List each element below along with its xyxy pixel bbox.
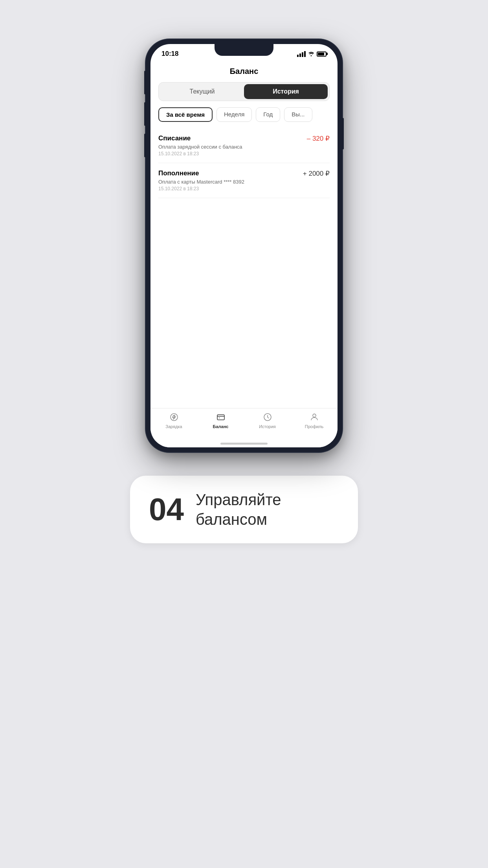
transaction-date: 15.10.2022 в 18:23: [158, 186, 303, 191]
transaction-item: Пополнение Оплата с карты Mastercard ***…: [158, 163, 330, 198]
tabs-container: Текущий История: [158, 82, 330, 101]
transaction-type: Списание: [158, 134, 307, 142]
profile-icon: [309, 412, 320, 423]
nav-charging-label: Зарядка: [165, 424, 182, 429]
page-title: Баланс: [150, 64, 338, 82]
charging-icon: [169, 412, 180, 423]
wifi-icon: [308, 51, 314, 56]
transaction-left: Списание Оплата зарядной сессии с баланс…: [158, 134, 307, 156]
bottom-nav: Зарядка Баланс: [150, 408, 338, 440]
status-time: 10:18: [161, 50, 178, 58]
filter-year[interactable]: Год: [256, 107, 280, 122]
battery-icon: [317, 51, 327, 57]
balance-icon: [215, 412, 226, 423]
tab-history[interactable]: История: [244, 84, 328, 99]
history-icon: [262, 412, 273, 423]
transaction-left: Пополнение Оплата с карты Mastercard ***…: [158, 169, 303, 191]
phone-frame: 10:18 Баланс: [146, 39, 342, 452]
nav-history[interactable]: История: [244, 412, 291, 429]
transaction-amount: – 320 ₽: [307, 134, 330, 143]
svg-point-0: [171, 414, 178, 421]
svg-rect-1: [217, 415, 224, 420]
filter-all-time[interactable]: За всё время: [158, 107, 213, 122]
filter-custom[interactable]: Вы...: [284, 107, 312, 122]
transaction-amount: + 2000 ₽: [303, 169, 330, 178]
nav-charging[interactable]: Зарядка: [150, 412, 197, 429]
notch: [215, 44, 273, 56]
nav-balance-label: Баланс: [213, 424, 229, 429]
nav-balance[interactable]: Баланс: [197, 412, 244, 429]
nav-profile[interactable]: Профиль: [291, 412, 338, 429]
phone-wrapper: 10:18 Баланс: [146, 39, 342, 452]
filter-row: За всё время Неделя Год Вы...: [150, 107, 338, 128]
bottom-card: 04 Управляйтебалансом: [130, 476, 358, 543]
screen-content: Баланс Текущий История За всё время Неде…: [150, 64, 338, 447]
transaction-desc: Оплата с карты Mastercard **** 8392: [158, 179, 303, 185]
tab-current[interactable]: Текущий: [160, 84, 244, 99]
status-icons: [297, 51, 327, 57]
transactions-list: Списание Оплата зарядной сессии с баланс…: [150, 128, 338, 408]
phone-screen: 10:18 Баланс: [150, 44, 338, 447]
transaction-item: Списание Оплата зарядной сессии с баланс…: [158, 128, 330, 163]
nav-profile-label: Профиль: [305, 424, 324, 429]
nav-history-label: История: [259, 424, 276, 429]
home-indicator: [150, 440, 338, 447]
filter-week[interactable]: Неделя: [216, 107, 252, 122]
transaction-date: 15.10.2022 в 18:23: [158, 151, 307, 156]
transaction-type: Пополнение: [158, 169, 303, 177]
card-number: 04: [149, 494, 184, 525]
card-text: Управляйтебалансом: [196, 490, 281, 529]
signal-icon: [297, 51, 306, 57]
svg-point-3: [313, 414, 316, 417]
transaction-desc: Оплата зарядной сессии с баланса: [158, 144, 307, 150]
home-bar: [220, 443, 268, 445]
